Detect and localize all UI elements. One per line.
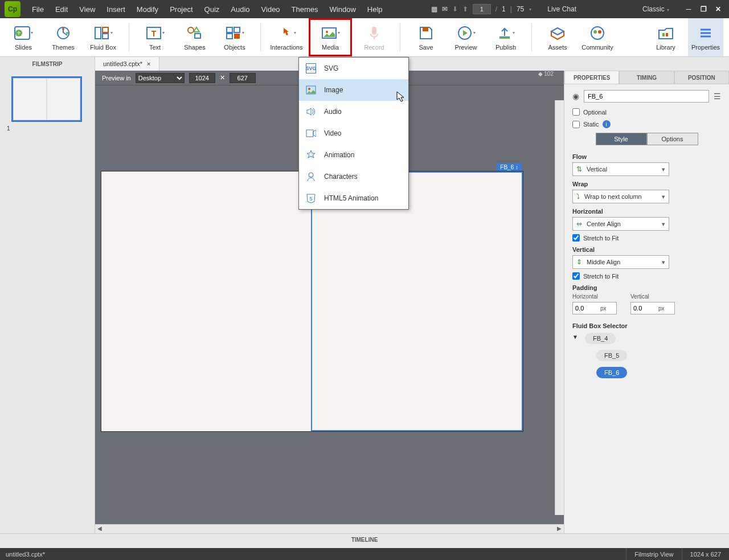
menu-quiz[interactable]: Quiz <box>199 5 226 14</box>
menu-file[interactable]: File <box>26 5 50 14</box>
ribbon-assets[interactable]: Assets <box>540 18 575 56</box>
sync-down-icon[interactable]: ⬇ <box>452 5 458 13</box>
fluidbox-tree: ▼ FB_4 FB_5 FB_6 <box>572 333 721 384</box>
info-icon[interactable]: i <box>603 120 611 128</box>
ribbon-interactions[interactable]: ▾ Interactions <box>269 18 304 56</box>
ribbon-preview[interactable]: ▾ Preview <box>448 18 484 56</box>
ribbon-objects[interactable]: ▾ Objects <box>217 18 252 56</box>
timeline-header[interactable]: TIMELINE <box>0 533 729 546</box>
vertical-select[interactable]: ⇕Middle Align <box>572 255 669 269</box>
ribbon-fluidbox[interactable]: ▾ Fluid Box <box>85 18 121 56</box>
subtab-style[interactable]: Style <box>596 133 647 145</box>
fluidbox-selector-label: Fluid Box Selector <box>572 322 721 329</box>
stretch-fit-h[interactable]: Stretch to Fit <box>572 234 721 242</box>
sync-up-icon[interactable]: ⬆ <box>462 5 468 13</box>
ribbon-save[interactable]: Save <box>408 18 444 56</box>
ribbon-text[interactable]: T▾ Text <box>137 18 173 56</box>
tab-close-icon[interactable]: × <box>147 60 150 67</box>
menu-themes[interactable]: Themes <box>286 5 324 14</box>
ribbon-save-label: Save <box>419 44 433 51</box>
svg-rect-18 <box>372 27 376 35</box>
vertical-label: Vertical <box>572 246 721 253</box>
pad-v-input-wrap[interactable]: px <box>630 302 675 314</box>
workspace-switcher[interactable]: Classic ▾ <box>642 5 669 13</box>
menu-insert[interactable]: Insert <box>101 5 131 14</box>
minimize-icon[interactable]: ─ <box>682 5 695 14</box>
menu-modify[interactable]: Modify <box>131 5 164 14</box>
mail-icon[interactable]: ✉ <box>442 5 448 13</box>
slide-canvas[interactable]: FB_6 ↕ <box>101 171 523 432</box>
html5-icon: 5 <box>306 193 316 203</box>
menu-project[interactable]: Project <box>164 5 198 14</box>
flow-select[interactable]: ⇅Vertical <box>572 162 669 176</box>
tab-position[interactable]: POSITION <box>674 71 729 84</box>
fb-node-4[interactable]: FB_4 <box>585 333 616 344</box>
fluidbox-right-selected[interactable]: FB_6 ↕ <box>311 171 523 431</box>
dropdown-characters[interactable]: Characters <box>299 166 408 187</box>
flow-label: Flow <box>572 153 721 160</box>
maximize-icon[interactable]: ❐ <box>697 5 710 14</box>
subtab-options[interactable]: Options <box>647 133 698 145</box>
menu-edit[interactable]: Edit <box>50 5 73 14</box>
ribbon-media[interactable]: ▾ Media <box>309 18 352 56</box>
status-view: Filmstrip View <box>626 548 681 560</box>
dropdown-video[interactable]: Video <box>299 122 408 144</box>
vertical-scrollbar[interactable] <box>555 100 564 515</box>
layout-icon[interactable]: ▦ <box>431 5 437 13</box>
zoom-caret-icon[interactable]: ▾ <box>529 7 531 12</box>
stretch-v-check[interactable] <box>572 272 580 280</box>
stretch-fit-v[interactable]: Stretch to Fit <box>572 272 721 280</box>
fb-node-6[interactable]: FB_6 <box>596 367 627 378</box>
ribbon-properties[interactable]: Properties <box>688 18 723 56</box>
tab-properties[interactable]: PROPERTIES <box>564 71 619 84</box>
pad-h-input[interactable] <box>573 305 598 312</box>
menu-help[interactable]: Help <box>362 5 388 14</box>
pad-v-input[interactable] <box>631 305 656 312</box>
pad-h-input-wrap[interactable]: px <box>572 302 617 314</box>
static-checkbox[interactable]: Static i <box>572 120 721 128</box>
object-name-input[interactable] <box>584 90 709 103</box>
horizontal-select[interactable]: ⇔Center Align <box>572 217 669 231</box>
live-chat-link[interactable]: Live Chat <box>547 5 576 13</box>
ribbon-themes[interactable]: Themes <box>46 18 81 56</box>
ribbon-preview-label: Preview <box>454 44 477 51</box>
fb-node-5[interactable]: FB_5 <box>596 350 627 361</box>
wrap-icon: ⤵ <box>576 193 580 201</box>
device-select[interactable]: Desktop <box>136 73 185 83</box>
optional-check[interactable] <box>572 108 580 116</box>
dropdown-html5[interactable]: 5HTML5 Animation <box>299 187 408 209</box>
ribbon-community[interactable]: Community <box>580 18 615 56</box>
visibility-icon[interactable]: ◉ <box>572 92 579 101</box>
height-input[interactable] <box>230 73 256 83</box>
total-pages: 1 <box>502 5 506 13</box>
dropdown-audio[interactable]: Audio <box>299 101 408 122</box>
tree-toggle-icon[interactable]: ▼ <box>572 334 578 340</box>
ribbon-record[interactable]: Record <box>357 18 392 56</box>
dropdown-image[interactable]: Image <box>299 79 408 101</box>
close-icon[interactable]: ✕ <box>712 5 724 14</box>
panel-menu-icon[interactable]: ☰ <box>714 92 721 101</box>
tab-timing[interactable]: TIMING <box>619 71 674 84</box>
wrap-select[interactable]: ⤵Wrap to next column <box>572 190 669 203</box>
menu-audio[interactable]: Audio <box>225 5 255 14</box>
optional-checkbox[interactable]: Optional <box>572 108 721 116</box>
fluidbox-left[interactable] <box>101 171 311 431</box>
ribbon-publish[interactable]: ▾ Publish <box>488 18 523 56</box>
menu-view[interactable]: View <box>73 5 101 14</box>
menu-video[interactable]: Video <box>256 5 286 14</box>
horizontal-scrollbar[interactable] <box>95 524 564 533</box>
ribbon-shapes[interactable]: Shapes <box>177 18 212 56</box>
ribbon-slides[interactable]: +▾ Slides <box>6 18 41 56</box>
svg-point-17 <box>326 31 328 33</box>
ribbon-library[interactable]: Library <box>648 18 683 56</box>
zoom-value: 75 <box>517 5 524 13</box>
dropdown-svg[interactable]: SVGSVG <box>299 58 408 79</box>
width-input[interactable] <box>189 73 215 83</box>
dropdown-animation[interactable]: Animation <box>299 144 408 166</box>
static-check[interactable] <box>572 121 580 128</box>
menu-window[interactable]: Window <box>324 5 362 14</box>
page-input[interactable] <box>473 4 491 14</box>
stretch-h-check[interactable] <box>572 234 580 242</box>
slide-thumbnail[interactable] <box>11 76 82 122</box>
document-tab[interactable]: untitled3.cptx* × <box>95 57 159 71</box>
